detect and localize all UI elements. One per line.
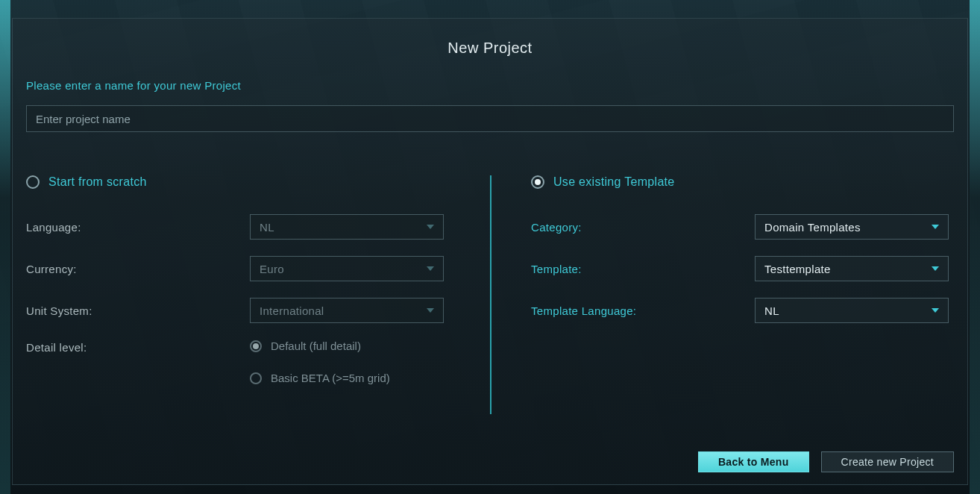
chevron-down-icon (427, 266, 434, 271)
project-name-input[interactable] (26, 105, 954, 132)
language-select[interactable]: NL (250, 214, 444, 240)
back-to-menu-button[interactable]: Back to Menu (698, 451, 809, 472)
use-template-section: Use existing Template Category: Domain T… (479, 175, 954, 414)
create-project-button[interactable]: Create new Project (821, 451, 954, 472)
unit-system-label: Unit System: (26, 304, 250, 317)
radio-icon (250, 372, 262, 384)
chevron-down-icon (427, 308, 434, 313)
dialog-footer: Back to Menu Create new Project (698, 451, 954, 472)
template-language-select[interactable]: NL (755, 298, 949, 323)
category-label: Category: (531, 221, 755, 234)
column-divider (490, 175, 491, 414)
template-language-label: Template Language: (531, 304, 755, 317)
currency-field: Currency: Euro (26, 256, 449, 281)
radio-icon (26, 175, 40, 189)
unit-system-field: Unit System: International (26, 298, 449, 323)
use-template-radio[interactable]: Use existing Template (531, 175, 954, 189)
use-template-label: Use existing Template (553, 175, 675, 189)
currency-label: Currency: (26, 263, 250, 275)
template-field: Template: Testtemplate (531, 256, 954, 281)
unit-system-value: International (260, 304, 324, 317)
start-from-scratch-section: Start from scratch Language: NL Currency… (26, 175, 479, 414)
chevron-down-icon (427, 225, 434, 229)
start-from-scratch-radio[interactable]: Start from scratch (26, 175, 449, 189)
chevron-down-icon (932, 266, 939, 271)
start-from-scratch-label: Start from scratch (48, 175, 147, 189)
template-label: Template: (531, 263, 755, 275)
radio-icon (531, 175, 544, 189)
chevron-down-icon (932, 308, 939, 313)
radio-icon (250, 340, 262, 352)
unit-system-select[interactable]: International (250, 298, 444, 323)
detail-level-field: Detail level: Default (full detail) Basi… (26, 340, 449, 404)
detail-level-label: Detail level: (26, 340, 250, 354)
currency-value: Euro (260, 263, 284, 275)
language-label: Language: (26, 221, 250, 234)
detail-default-label: Default (full detail) (271, 340, 361, 352)
detail-basic-label: Basic BETA (>=5m grid) (271, 372, 390, 384)
chevron-down-icon (932, 225, 939, 229)
category-value: Domain Templates (764, 221, 861, 234)
template-language-value: NL (764, 304, 779, 317)
currency-select[interactable]: Euro (250, 256, 444, 281)
category-select[interactable]: Domain Templates (755, 214, 949, 240)
category-field: Category: Domain Templates (531, 214, 954, 240)
template-language-field: Template Language: NL (531, 298, 954, 323)
language-value: NL (260, 221, 274, 234)
new-project-panel: New Project Please enter a name for your… (12, 18, 968, 485)
template-select[interactable]: Testtemplate (755, 256, 949, 281)
language-field: Language: NL (26, 214, 449, 240)
detail-default-radio[interactable]: Default (full detail) (250, 340, 449, 352)
dialog-title: New Project (13, 40, 967, 57)
name-prompt: Please enter a name for your new Project (13, 79, 967, 92)
template-value: Testtemplate (764, 263, 831, 275)
detail-basic-radio[interactable]: Basic BETA (>=5m grid) (250, 372, 449, 384)
